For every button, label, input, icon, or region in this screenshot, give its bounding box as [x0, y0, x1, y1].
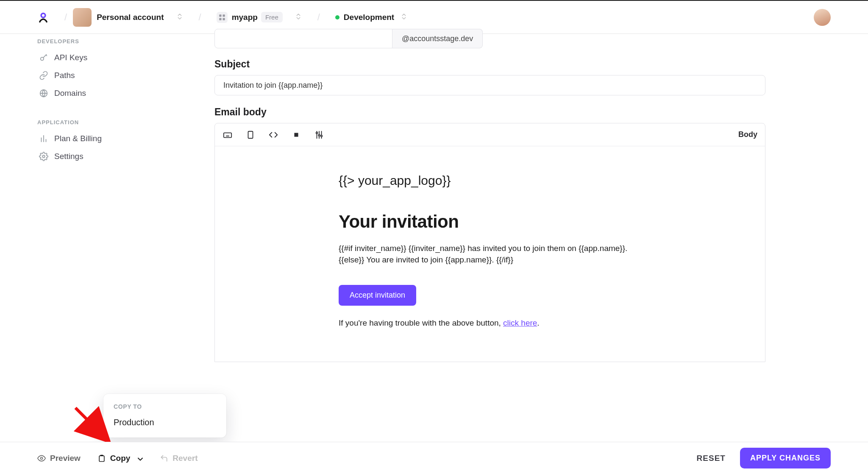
breadcrumb-separator: / [64, 12, 67, 23]
sidebar-item-label: Paths [54, 71, 75, 80]
svg-rect-10 [294, 133, 298, 137]
svg-point-13 [321, 135, 323, 137]
sidebar-item-label: API Keys [54, 53, 87, 62]
svg-point-11 [316, 132, 318, 134]
from-local-part-input[interactable] [214, 29, 392, 48]
editor-mode-label[interactable]: Body [738, 130, 757, 139]
email-paragraph: {{#if inviter_name}} {{inviter_name}} ha… [339, 243, 641, 265]
updown-icon [400, 13, 408, 22]
square-fill-icon[interactable] [291, 130, 301, 140]
email-trouble-link[interactable]: click here [503, 318, 537, 327]
reset-button[interactable]: RESET [697, 454, 726, 463]
main-content: @accountsstage.dev Subject Email body Bo… [214, 29, 782, 362]
sidebar: DEVELOPERS API Keys Paths Domains APPLIC… [37, 34, 152, 165]
svg-rect-8 [224, 133, 231, 137]
copy-to-item-production[interactable]: Production [114, 418, 216, 427]
editor-body[interactable]: {{> your_app_logo}} Your invitation {{#i… [215, 146, 765, 362]
body-label: Email body [214, 106, 782, 118]
revert-button[interactable]: Revert [160, 454, 198, 463]
sidebar-item-label: Plan & Billing [54, 134, 102, 143]
gear-icon [39, 152, 48, 161]
sidebar-section-developers: DEVELOPERS [37, 38, 152, 45]
undo-icon [160, 454, 168, 463]
user-avatar[interactable] [814, 9, 831, 26]
eye-icon [37, 454, 46, 463]
subject-label: Subject [214, 59, 782, 70]
svg-rect-1 [219, 14, 221, 17]
key-icon [39, 53, 48, 62]
apply-changes-button[interactable]: APPLY CHANGES [740, 448, 831, 468]
accept-invitation-button[interactable]: Accept invitation [339, 285, 416, 306]
breadcrumb-separator: / [199, 12, 201, 23]
email-editor: Body {{> your_app_logo}} Your invitation… [214, 123, 765, 362]
copy-button[interactable]: Copy [97, 454, 143, 463]
svg-rect-3 [219, 18, 221, 20]
svg-point-7 [42, 155, 45, 158]
svg-point-15 [41, 457, 43, 459]
email-heading: Your invitation [339, 212, 641, 232]
sidebar-item-plan-billing[interactable]: Plan & Billing [37, 130, 152, 148]
from-row: @accountsstage.dev [214, 29, 782, 48]
copy-label: Copy [110, 454, 131, 463]
sidebar-item-api-keys[interactable]: API Keys [37, 49, 152, 67]
plan-badge: Free [261, 12, 283, 22]
sidebar-item-label: Settings [54, 152, 83, 161]
copy-to-title: COPY TO [114, 403, 216, 410]
from-domain-suffix: @accountsstage.dev [392, 29, 483, 48]
svg-point-12 [318, 134, 320, 136]
keyboard-layout-icon[interactable] [223, 130, 233, 140]
account-label: Personal account [97, 13, 164, 22]
sidebar-item-label: Domains [54, 89, 86, 98]
copy-to-popover: COPY TO Production [103, 394, 226, 438]
env-label: Development [344, 13, 394, 22]
sidebar-section-application: APPLICATION [37, 119, 152, 125]
svg-line-14 [75, 408, 105, 438]
updown-icon [295, 13, 302, 22]
subject-input[interactable] [214, 75, 765, 95]
footer-bar: Preview Copy Revert RESET APPLY CHANGES [0, 442, 868, 474]
preview-button[interactable]: Preview [37, 454, 81, 463]
clipboard-icon [97, 454, 106, 463]
account-avatar [73, 8, 92, 27]
editor-toolbar: Body [215, 123, 765, 146]
globe-icon [39, 89, 48, 98]
svg-rect-4 [223, 18, 225, 20]
svg-point-0 [41, 13, 45, 17]
sidebar-item-domains[interactable]: Domains [37, 84, 152, 102]
svg-rect-2 [223, 14, 225, 17]
environment-switcher[interactable]: Development [335, 13, 408, 22]
link-icon [39, 71, 48, 80]
sidebar-item-settings[interactable]: Settings [37, 148, 152, 165]
app-switcher[interactable]: myapp Free [217, 12, 302, 23]
updown-icon [176, 13, 184, 22]
sidebar-item-paths[interactable]: Paths [37, 67, 152, 84]
chevron-down-icon [136, 455, 143, 462]
code-icon[interactable] [268, 130, 278, 140]
app-name-label: myapp [232, 13, 258, 22]
revert-label: Revert [172, 454, 198, 463]
account-switcher[interactable]: Personal account [73, 8, 183, 27]
sliders-icon[interactable] [314, 130, 324, 140]
chart-bar-icon [39, 134, 48, 143]
email-trouble-suffix: . [537, 318, 539, 327]
email-trouble-text: If you're having trouble with the above … [339, 318, 641, 328]
app-grid-icon [217, 12, 228, 23]
env-status-dot-icon [335, 15, 339, 20]
tablet-icon[interactable] [245, 130, 256, 140]
email-logo-token: {{> your_app_logo}} [339, 173, 641, 188]
breadcrumb-separator: / [317, 12, 320, 23]
preview-label: Preview [50, 454, 81, 463]
email-trouble-prefix: If you're having trouble with the above … [339, 318, 503, 327]
app-logo-icon[interactable] [37, 11, 49, 23]
